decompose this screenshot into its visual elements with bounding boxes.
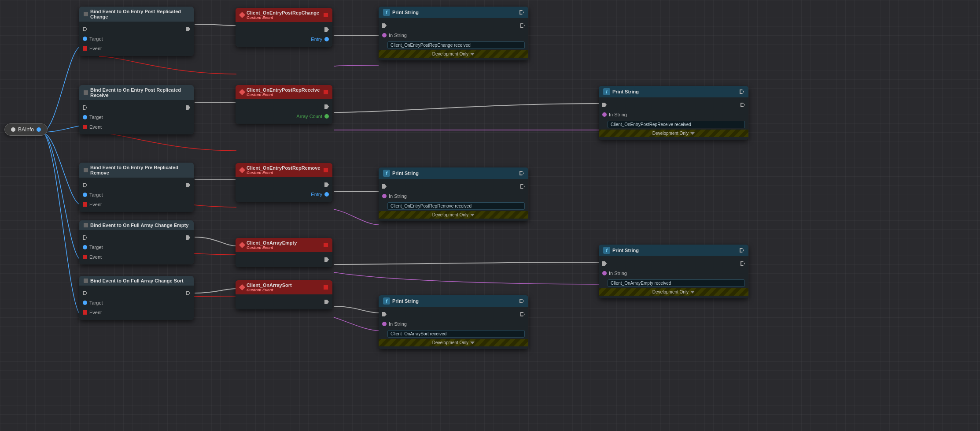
bind-4-exec-out[interactable]: [186, 235, 190, 240]
print-3-string-pin[interactable]: [382, 322, 387, 326]
print-5-string-pin[interactable]: [602, 271, 607, 275]
print-3-chevron[interactable]: [470, 342, 475, 344]
bainfo-output-pin: [11, 127, 15, 132]
custom-2-exec-out[interactable]: [324, 104, 329, 109]
bind-4-target-row: Target: [79, 242, 194, 252]
custom-event-2-titles: Client_OnEntryPostRepReceive Custom Even…: [247, 87, 320, 97]
custom-event-4-red-pin[interactable]: [324, 243, 328, 247]
print-5-exec-out[interactable]: [741, 261, 745, 266]
custom-event-2-header: Client_OnEntryPostRepReceive Custom Even…: [236, 85, 332, 99]
custom-event-5-titles: Client_OnArraySort Custom Event: [247, 282, 292, 292]
print-3-exec-out[interactable]: [520, 312, 525, 316]
custom-event-2-red-pin[interactable]: [324, 90, 328, 94]
print-2-string-value-row: Client_OnEntryPostRepRemove received: [379, 201, 528, 211]
print-3-exec-in[interactable]: [382, 312, 387, 316]
bind-2-event-label: Event: [89, 124, 102, 130]
bind-2-exec-out[interactable]: [186, 105, 190, 110]
bind-3-target-pin[interactable]: [83, 193, 87, 197]
custom-event-4-header: Client_OnArrayEmpty Custom Event: [236, 238, 332, 252]
bind-node-5-header: Bind Event to On Full Array Change Sort: [79, 276, 194, 286]
custom-1-exec-row: [236, 25, 332, 34]
bind-3-event-pin[interactable]: [83, 202, 87, 207]
bind-4-event-pin[interactable]: [83, 255, 87, 259]
print-5-string-label: In String: [609, 271, 627, 276]
print-1-exec-out[interactable]: [520, 23, 525, 28]
print-1-exec-row: [379, 21, 528, 30]
print-1-exec-in[interactable]: [382, 23, 387, 28]
custom-event-2-icon: [239, 89, 245, 95]
bind-1-target-label: Target: [89, 36, 103, 41]
custom-event-3-red-pin[interactable]: [324, 168, 328, 172]
print-2-exec-in[interactable]: [382, 184, 387, 189]
bind-2-event-pin[interactable]: [83, 125, 87, 129]
bind-3-exec-in[interactable]: [83, 183, 87, 187]
print-4-exec-in[interactable]: [602, 103, 607, 107]
print-node-3-header: f Print String: [379, 295, 528, 307]
print-5-exec-in[interactable]: [602, 261, 607, 266]
print-4-exec-out[interactable]: [741, 103, 745, 107]
print-1-string-value: Client_OnEntryPostRepChange received: [387, 41, 525, 49]
bind-5-event-pin[interactable]: [83, 310, 87, 315]
custom-2-array-label: Array Count: [296, 114, 322, 119]
bind-node-4-title: Bind Event to On Full Array Change Empty: [90, 223, 188, 228]
print-5-exec-out-header[interactable]: [740, 248, 744, 253]
print-2-string-pin[interactable]: [382, 194, 387, 198]
print-2-dev-only-label: Development Only: [432, 212, 468, 217]
print-5-chevron[interactable]: [690, 291, 695, 294]
print-node-4-title: Print String: [612, 89, 639, 94]
bind-3-target-label: Target: [89, 192, 103, 197]
custom-3-entry-label: Entry: [311, 192, 322, 197]
bind-1-target-pin[interactable]: [83, 37, 87, 41]
print-4-chevron[interactable]: [690, 132, 695, 135]
bind-node-1-title: Bind Event to On Entry Post Replicated C…: [90, 9, 189, 19]
print-5-dev-only-label: Development Only: [652, 290, 689, 294]
bind-5-target-pin[interactable]: [83, 301, 87, 305]
print-4-string-value: Client_OnEntryPostRepReceive received: [608, 121, 745, 128]
print-1-string-label: In String: [389, 33, 407, 38]
bind-node-2-body: Target Event: [79, 100, 194, 134]
bind-node-2-header: Bind Event to On Entry Post Replicated R…: [79, 85, 194, 100]
custom-event-4: Client_OnArrayEmpty Custom Event: [236, 238, 332, 267]
custom-event-1: Client_OnEntryPostRepChange Custom Event…: [236, 8, 332, 47]
print-node-2-body: In String Client_OnEntryPostRepRemove re…: [379, 179, 528, 221]
bind-5-exec-in[interactable]: [83, 291, 87, 295]
print-4-string-label: In String: [609, 112, 627, 117]
print-1-chevron[interactable]: [470, 53, 475, 56]
bind-2-exec-in[interactable]: [83, 105, 87, 110]
custom-event-1-red-pin[interactable]: [324, 13, 328, 17]
custom-event-5-red-pin[interactable]: [324, 285, 328, 290]
print-2-chevron[interactable]: [470, 214, 475, 216]
print-1-string-pin[interactable]: [382, 33, 387, 37]
custom-3-exec-out[interactable]: [324, 182, 329, 187]
custom-2-array-pin[interactable]: [324, 114, 329, 119]
custom-event-4-title: Client_OnArrayEmpty: [247, 240, 297, 245]
print-3-exec-out-header[interactable]: [519, 299, 524, 303]
bind-1-event-pin[interactable]: [83, 46, 87, 51]
print-node-4-body: In String Client_OnEntryPostRepReceive r…: [599, 97, 748, 140]
print-2-exec-out-header[interactable]: [519, 171, 524, 175]
print-4-string-pin[interactable]: [602, 112, 607, 117]
custom-event-1-icon: [239, 12, 245, 18]
custom-4-exec-out[interactable]: [324, 257, 329, 262]
bind-4-target-pin[interactable]: [83, 245, 87, 249]
print-2-exec-out[interactable]: [520, 184, 525, 189]
bainfo-node: BAInfo: [4, 123, 48, 136]
print-1-exec-out-header[interactable]: [519, 10, 524, 15]
custom-5-exec-out[interactable]: [324, 300, 329, 304]
custom-1-exec-out[interactable]: [324, 27, 329, 32]
bind-1-exec-out[interactable]: [186, 27, 190, 31]
bind-2-target-pin[interactable]: [83, 115, 87, 119]
bind-4-exec-in[interactable]: [83, 235, 87, 240]
bind-1-exec-in[interactable]: [83, 27, 87, 31]
bind-1-event-row: Event: [79, 44, 194, 53]
bind-3-exec-out[interactable]: [186, 183, 190, 187]
bind-5-exec-out[interactable]: [186, 291, 190, 295]
custom-3-entry-pin[interactable]: [324, 192, 329, 197]
print-4-dev-only: Development Only: [599, 130, 748, 137]
custom-1-entry-pin[interactable]: [324, 37, 329, 41]
bind-3-event-row: Event: [79, 200, 194, 209]
print-3-string-value: Client_OnArraySort received: [387, 330, 525, 338]
bind-3-event-label: Event: [89, 202, 102, 207]
print-4-exec-out-header[interactable]: [740, 89, 744, 94]
print-node-2-header: f Print String: [379, 167, 528, 179]
